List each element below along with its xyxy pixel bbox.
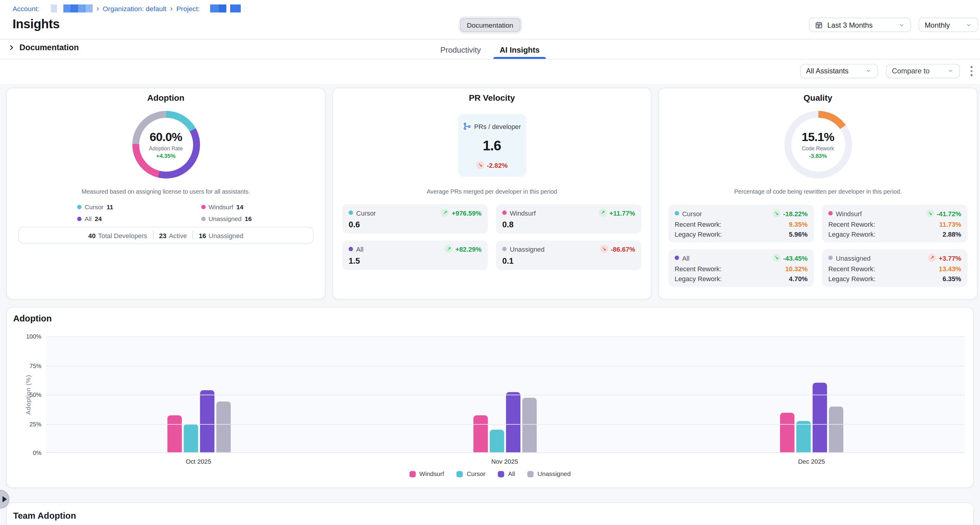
documentation-badge[interactable]: Documentation bbox=[460, 18, 520, 32]
breadcrumb-organization[interactable]: Organization: default bbox=[103, 5, 166, 12]
legacy-rework-label: Legacy Rework: bbox=[828, 275, 875, 282]
header-divider bbox=[0, 39, 980, 40]
series-name: Unassigned bbox=[836, 254, 871, 262]
pr-velocity-card-title: PR Velocity bbox=[333, 93, 651, 103]
series-color-dot bbox=[201, 205, 205, 209]
recent-rework-value: 13.43% bbox=[939, 265, 961, 272]
more-options-button[interactable] bbox=[968, 63, 975, 78]
pr-velocity-card: PR Velocity PRs / developer 1.6 ↘ -2.82%… bbox=[332, 88, 651, 300]
page-title: Insights bbox=[13, 17, 60, 31]
trend-down-icon: ↘ bbox=[476, 161, 484, 169]
gridline bbox=[46, 366, 965, 366]
tab-ai-insights[interactable]: AI Insights bbox=[500, 41, 540, 59]
tab-productivity[interactable]: Productivity bbox=[440, 41, 481, 59]
summary-segment: 23Active bbox=[159, 232, 187, 239]
gridline bbox=[46, 395, 965, 395]
stat-delta: +3.77% bbox=[939, 254, 961, 262]
legacy-rework-value: 6.35% bbox=[943, 275, 961, 282]
summary-value: 16 bbox=[199, 232, 206, 239]
assistants-filter-select[interactable]: All Assistants bbox=[800, 64, 877, 78]
y-axis-tick: 75% bbox=[30, 362, 41, 369]
bar-all bbox=[506, 392, 521, 453]
series-name: Unassigned bbox=[510, 245, 545, 253]
quality-stat-tile: Cursor ↘-18.22% Recent Rework:9.35% Lega… bbox=[668, 205, 814, 243]
compare-to-select[interactable]: Compare to bbox=[886, 64, 960, 78]
x-axis-label: Dec 2025 bbox=[798, 458, 825, 465]
quality-stat-tile: Windsurf ↘-41.72% Recent Rework:11.73% L… bbox=[822, 205, 967, 243]
code-rework-label: Code Rework bbox=[802, 145, 834, 152]
adoption-rate-label: Adoption Rate bbox=[149, 145, 183, 152]
y-axis-tick: 50% bbox=[30, 391, 41, 398]
series-name: Windsurf bbox=[419, 470, 444, 477]
bar-windsurf bbox=[474, 416, 488, 453]
redacted-project-name[interactable] bbox=[210, 5, 240, 13]
series-color-dot bbox=[348, 247, 353, 251]
pr-velocity-stats: Cursor ↗+976.59% 0.6 Windsurf ↗+11.77% 0… bbox=[342, 204, 641, 270]
stat-delta: -43.45% bbox=[783, 254, 808, 262]
trend-down-icon: ↘ bbox=[926, 209, 934, 217]
adoption-legend: Cursor11Windsurf14All24Unassigned16 bbox=[7, 203, 325, 222]
trend-down-icon: ↘ bbox=[600, 245, 608, 253]
summary-label: Active bbox=[169, 232, 187, 239]
adoption-rate-delta: +4.35% bbox=[156, 153, 175, 159]
documentation-section-label: Documentation bbox=[19, 43, 79, 52]
series-color-dot bbox=[502, 211, 507, 215]
adoption-card: Adoption 60.0% Adoption Rate +4.35% Meas… bbox=[6, 88, 325, 300]
assistants-filter-value: All Assistants bbox=[806, 67, 848, 75]
compare-to-value: Compare to bbox=[892, 67, 929, 75]
series-name: Unassigned bbox=[538, 470, 571, 477]
date-range-select[interactable]: Last 3 Months bbox=[809, 17, 911, 32]
trend-down-icon: ↘ bbox=[772, 209, 780, 217]
bar-windsurf bbox=[167, 416, 182, 453]
adoption-legend-item: Unassigned16 bbox=[201, 216, 325, 222]
chevron-down-icon bbox=[947, 68, 953, 74]
series-name: All bbox=[682, 254, 690, 262]
summary-segment: 16Unassigned bbox=[199, 232, 243, 239]
series-color-swatch bbox=[528, 471, 534, 477]
y-axis-tick: 25% bbox=[30, 420, 41, 427]
x-axis-label: Oct 2025 bbox=[186, 458, 211, 465]
chart-legend-item: Cursor bbox=[457, 470, 485, 477]
pr-velocity-metric-box: PRs / developer 1.6 ↘ -2.82% bbox=[458, 114, 526, 176]
trend-down-icon: ↘ bbox=[772, 254, 780, 262]
adoption-legend-item: Windsurf14 bbox=[201, 203, 325, 211]
breadcrumb-project-label[interactable]: Project: bbox=[177, 5, 200, 12]
bar-cursor bbox=[184, 424, 198, 453]
series-color-dot bbox=[828, 211, 833, 216]
legacy-rework-value: 5.96% bbox=[789, 231, 808, 238]
series-name: All bbox=[356, 245, 363, 253]
granularity-value: Monthly bbox=[924, 21, 950, 29]
gridline bbox=[46, 452, 965, 453]
trend-up-icon: ↗ bbox=[928, 254, 936, 262]
trend-up-icon: ↗ bbox=[441, 209, 449, 217]
redacted-account-name[interactable] bbox=[51, 5, 93, 13]
series-name: Windsurf bbox=[510, 209, 536, 216]
quality-card: Quality 15.1% Code Rework -3.83% Percent… bbox=[658, 88, 977, 300]
x-axis-labels: Oct 2025Nov 2025Dec 2025 bbox=[46, 458, 965, 465]
date-range-value: Last 3 Months bbox=[827, 21, 873, 29]
pr-stat-tile: All ↗+82.29% 1.5 bbox=[342, 241, 488, 270]
chart-legend: WindsurfCursorAllUnassigned bbox=[7, 470, 973, 477]
series-color-swatch bbox=[457, 471, 463, 477]
stat-delta: +976.59% bbox=[452, 209, 482, 216]
bar-cursor bbox=[796, 421, 811, 453]
documentation-section-toggle[interactable]: Documentation bbox=[8, 43, 79, 52]
adoption-summary-bar: 40Total Developers23Active16Unassigned bbox=[18, 227, 313, 244]
chart-legend-item: Unassigned bbox=[528, 470, 571, 477]
legacy-rework-value: 2.88% bbox=[943, 231, 961, 238]
adoption-chart-card: Adoption Adoption (%) 100%75%50%25%0% Oc… bbox=[6, 307, 974, 488]
breadcrumb-account-label[interactable]: Account: bbox=[13, 5, 40, 12]
breadcrumb-separator-icon: › bbox=[96, 5, 99, 12]
legacy-rework-label: Legacy Rework: bbox=[828, 231, 875, 238]
insights-page: Account: › Organization: default › Proje… bbox=[0, 0, 980, 525]
granularity-select[interactable]: Monthly bbox=[918, 17, 978, 32]
bar-windsurf bbox=[780, 413, 795, 453]
bar-cursor bbox=[490, 430, 504, 453]
summary-segment: 40Total Developers bbox=[88, 232, 147, 239]
tabs-divider bbox=[0, 59, 980, 60]
bar-all bbox=[813, 383, 827, 453]
legacy-rework-label: Legacy Rework: bbox=[675, 231, 722, 238]
legacy-rework-value: 4.70% bbox=[789, 275, 808, 282]
summary-label: Total Developers bbox=[98, 232, 147, 239]
stat-delta: -18.22% bbox=[783, 209, 808, 217]
